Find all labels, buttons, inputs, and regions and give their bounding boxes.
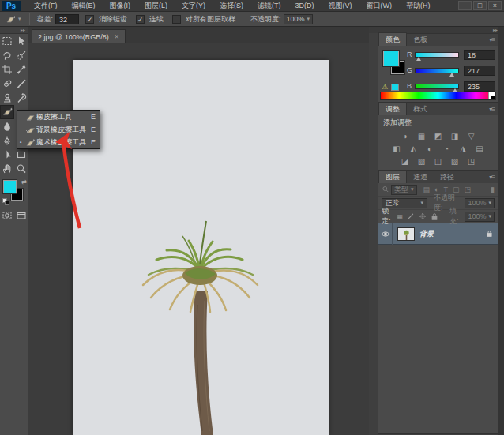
- menu-layer[interactable]: 图层(L): [137, 1, 175, 11]
- layer-filter-type-dropdown[interactable]: 类型 ▾: [391, 185, 417, 195]
- menu-window[interactable]: 窗口(W): [359, 1, 400, 11]
- brightness-contrast-icon[interactable]: ◑: [398, 131, 412, 142]
- tool-preset-picker[interactable]: ▾: [0, 14, 24, 24]
- panel-menu-icon[interactable]: ▾≡: [489, 174, 495, 181]
- foreground-color-chip[interactable]: [383, 51, 399, 66]
- menu-3d[interactable]: 3D(D): [288, 2, 322, 9]
- color-balance-icon[interactable]: ◭: [407, 144, 420, 155]
- lasso-tool[interactable]: [0, 48, 14, 62]
- layer-name[interactable]: 背景: [419, 229, 486, 239]
- lock-position-icon[interactable]: [419, 212, 427, 220]
- clone-stamp-tool[interactable]: [0, 91, 14, 105]
- posterize-icon[interactable]: ▧: [415, 156, 428, 167]
- invert-icon[interactable]: ◪: [398, 156, 412, 167]
- path-selection-tool[interactable]: [0, 148, 14, 162]
- foreground-color-swatch[interactable]: [3, 180, 17, 193]
- brush-tool[interactable]: [14, 77, 28, 91]
- menu-type[interactable]: 文字(Y): [175, 1, 213, 11]
- pen-tool[interactable]: [0, 133, 14, 148]
- hand-tool[interactable]: [0, 162, 14, 176]
- opacity-dropdown[interactable]: 100% ▾: [284, 14, 314, 24]
- menu-image[interactable]: 图像(I): [103, 1, 138, 11]
- contiguous-checkbox[interactable]: ✓: [136, 15, 145, 24]
- menu-select[interactable]: 选择(S): [213, 1, 250, 11]
- lock-pixels-icon[interactable]: [407, 212, 415, 220]
- default-colors-icon[interactable]: [2, 198, 9, 205]
- quick-mask-button[interactable]: [0, 208, 14, 223]
- tab-adjustments[interactable]: 调整: [378, 102, 407, 115]
- layer-row-background[interactable]: 背景: [378, 223, 498, 245]
- menu-edit[interactable]: 编辑(E): [65, 1, 103, 11]
- fill-dropdown[interactable]: 100% ▾: [465, 212, 495, 222]
- hue-saturation-icon[interactable]: ◧: [390, 144, 404, 155]
- blue-slider[interactable]: [415, 84, 459, 89]
- red-slider[interactable]: [415, 52, 459, 58]
- layer-opacity-dropdown[interactable]: 100% ▾: [465, 198, 495, 208]
- swap-colors-icon[interactable]: ⇄: [21, 178, 27, 186]
- rectangle-shape-tool[interactable]: [14, 148, 28, 162]
- channel-mixer-icon[interactable]: ◮: [457, 144, 470, 155]
- sample-all-layers-checkbox[interactable]: [172, 15, 181, 24]
- red-value-input[interactable]: 18: [464, 50, 495, 60]
- lock-all-icon[interactable]: [431, 212, 438, 221]
- crop-tool[interactable]: [0, 62, 14, 77]
- tab-paths[interactable]: 路径: [434, 171, 461, 183]
- green-slider[interactable]: [415, 68, 459, 73]
- color-spectrum-ramp[interactable]: [380, 92, 496, 100]
- gamut-color-chip[interactable]: [391, 84, 399, 91]
- menu-filter[interactable]: 滤镜(T): [250, 1, 288, 11]
- lock-transparency-icon[interactable]: ▦: [397, 213, 403, 220]
- vibrance-icon[interactable]: ▽: [465, 131, 478, 142]
- black-white-icon[interactable]: ◐: [423, 144, 437, 155]
- close-button[interactable]: ×: [488, 1, 502, 10]
- move-tool[interactable]: [14, 34, 28, 48]
- menu-help[interactable]: 帮助(H): [399, 1, 438, 11]
- smart-object-filter-icon[interactable]: ◳: [464, 186, 471, 193]
- canvas-area[interactable]: [28, 43, 369, 435]
- levels-icon[interactable]: ▦: [415, 131, 428, 142]
- history-brush-tool[interactable]: [14, 91, 28, 105]
- document-tab[interactable]: 2.jpg @ 100%(RGB/8) ×: [32, 29, 126, 43]
- curves-icon[interactable]: ◩: [431, 131, 445, 142]
- blur-tool[interactable]: [0, 119, 14, 133]
- tab-color[interactable]: 颜色: [378, 32, 407, 46]
- photo-filter-icon[interactable]: ◔: [440, 144, 453, 155]
- tab-styles[interactable]: 样式: [407, 103, 434, 115]
- panel-menu-icon[interactable]: ▾≡: [489, 106, 495, 113]
- black-chip[interactable]: [491, 96, 495, 99]
- pixel-filter-icon[interactable]: ▤: [423, 186, 431, 193]
- color-lookup-icon[interactable]: ▤: [473, 144, 487, 155]
- tab-swatches[interactable]: 色板: [407, 33, 434, 46]
- screen-mode-button[interactable]: [14, 208, 28, 223]
- blue-value-input[interactable]: 235: [464, 81, 495, 92]
- exposure-icon[interactable]: ◨: [448, 131, 461, 142]
- photo-palm-tree[interactable]: [73, 60, 329, 435]
- maximize-button[interactable]: □: [473, 1, 487, 10]
- threshold-icon[interactable]: ◫: [431, 156, 445, 167]
- flyout-item-background-eraser[interactable]: 背景橡皮擦工具 E: [17, 123, 100, 136]
- zoom-tool[interactable]: [14, 162, 28, 176]
- flyout-item-eraser[interactable]: 橡皮擦工具 E: [17, 111, 100, 123]
- spot-healing-brush-tool[interactable]: [0, 77, 14, 91]
- anti-alias-checkbox[interactable]: ✓: [85, 15, 94, 24]
- green-value-input[interactable]: 217: [464, 66, 495, 76]
- tolerance-input[interactable]: 32: [55, 14, 79, 24]
- flyout-item-magic-eraser[interactable]: ▪ 魔术橡皮擦工具 E: [17, 136, 100, 148]
- menu-view[interactable]: 视图(V): [322, 1, 359, 11]
- panel-menu-icon[interactable]: ▾≡: [489, 36, 495, 43]
- selective-color-icon[interactable]: ▨: [448, 156, 461, 167]
- eyedropper-tool[interactable]: [14, 62, 28, 77]
- quick-selection-tool[interactable]: [14, 48, 28, 62]
- toolbar-collapse-icon[interactable]: ▸▸: [0, 27, 28, 34]
- tab-close-icon[interactable]: ×: [115, 32, 119, 41]
- tab-channels[interactable]: 通道: [407, 171, 434, 183]
- eraser-tool-selected[interactable]: [0, 105, 14, 119]
- layer-thumbnail[interactable]: [397, 227, 415, 241]
- menu-file[interactable]: 文件(F): [27, 1, 65, 11]
- gradient-map-icon[interactable]: ◳: [465, 156, 478, 167]
- rectangular-marquee-tool[interactable]: [0, 34, 14, 48]
- tab-layers[interactable]: 图层: [378, 170, 407, 183]
- filter-toggle-icon[interactable]: ▮: [491, 186, 495, 193]
- gamut-warning-icon[interactable]: ⚠: [382, 83, 388, 91]
- minimize-button[interactable]: –: [458, 1, 472, 10]
